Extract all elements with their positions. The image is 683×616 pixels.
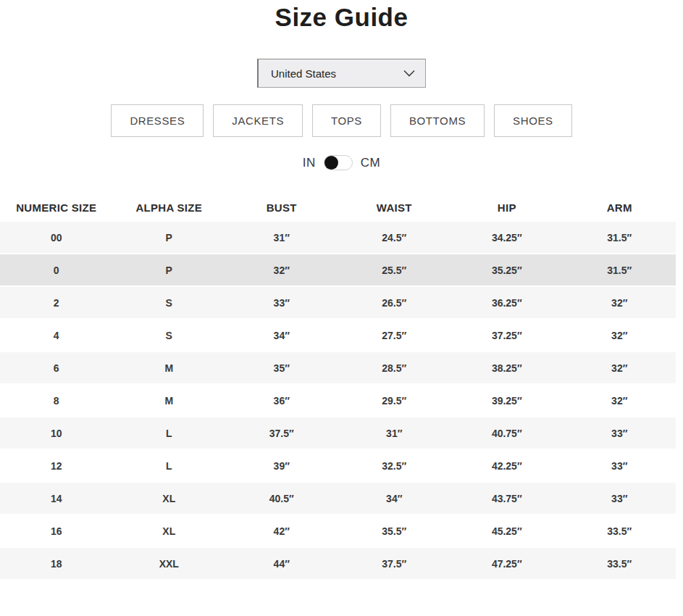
table-cell: 8: [0, 385, 113, 416]
table-row: 18XXL44″37.5″47.25″33.5″: [0, 548, 676, 579]
table-row: 4S34″27.5″37.25″32″: [0, 320, 676, 351]
table-cell: 36.25″: [451, 287, 563, 318]
table-cell: 6: [0, 352, 113, 383]
header-row: NUMERIC SIZEALPHA SIZEBUSTWAISTHIPARM: [0, 194, 676, 220]
table-cell: 42″: [225, 515, 338, 546]
table-cell: 35.25″: [451, 254, 563, 286]
table-cell: 00: [0, 222, 113, 253]
column-header: ARM: [563, 194, 676, 220]
unit-label-in: IN: [303, 156, 316, 170]
table-cell: 36″: [225, 385, 338, 416]
size-table: NUMERIC SIZEALPHA SIZEBUSTWAISTHIPARM 00…: [0, 193, 676, 580]
table-cell: 44″: [225, 548, 338, 579]
table-cell: 33″: [225, 287, 338, 318]
table-cell: 45.25″: [451, 515, 563, 546]
table-cell: 10: [0, 417, 113, 449]
table-cell: 2: [0, 287, 113, 318]
table-cell: 33.5″: [563, 515, 676, 546]
table-cell: 47.25″: [451, 548, 563, 579]
chevron-down-icon: [403, 70, 415, 77]
category-button-tops[interactable]: TOPS: [312, 104, 381, 137]
table-cell: 32″: [563, 385, 676, 416]
table-cell: 39″: [225, 450, 338, 481]
table-row: 14XL40.5″34″43.75″33″: [0, 483, 676, 514]
table-cell: XL: [113, 515, 226, 546]
size-table-body: 00P31″24.5″34.25″31.5″0P32″25.5″35.25″31…: [0, 222, 676, 579]
table-row: 8M36″29.5″39.25″32″: [0, 385, 676, 416]
table-cell: L: [113, 450, 226, 481]
table-row: 16XL42″35.5″45.25″33.5″: [0, 515, 676, 546]
table-cell: 33″: [563, 417, 676, 449]
table-cell: 38.25″: [451, 352, 563, 383]
table-cell: 28.5″: [338, 352, 451, 383]
table-cell: XXL: [113, 548, 226, 579]
column-header: BUST: [225, 194, 338, 220]
table-cell: XL: [113, 483, 226, 514]
table-row: 10L37.5″31″40.75″33″: [0, 417, 676, 449]
table-cell: M: [113, 352, 226, 383]
category-button-shoes[interactable]: SHOES: [494, 104, 572, 137]
table-cell: S: [113, 287, 226, 318]
size-table-header: NUMERIC SIZEALPHA SIZEBUSTWAISTHIPARM: [0, 194, 676, 220]
table-cell: S: [113, 320, 226, 351]
table-cell: M: [113, 385, 226, 416]
table-cell: 25.5″: [338, 254, 451, 286]
table-cell: 35″: [225, 352, 338, 383]
table-cell: 0: [0, 254, 113, 286]
table-cell: 40.5″: [225, 483, 338, 514]
table-cell: L: [113, 417, 226, 449]
table-cell: 32″: [563, 320, 676, 351]
table-row: 0P32″25.5″35.25″31.5″: [0, 254, 676, 286]
table-cell: 34″: [225, 320, 338, 351]
table-cell: 18: [0, 548, 113, 579]
category-button-jackets[interactable]: JACKETS: [213, 104, 303, 137]
table-cell: 34.25″: [451, 222, 563, 253]
country-select[interactable]: United States: [257, 59, 426, 88]
table-cell: 33″: [563, 483, 676, 514]
column-header: NUMERIC SIZE: [0, 194, 113, 220]
table-cell: 4: [0, 320, 113, 351]
table-cell: 12: [0, 450, 113, 481]
table-row: 6M35″28.5″38.25″32″: [0, 352, 676, 383]
table-cell: 35.5″: [338, 515, 451, 546]
country-select-row: United States: [0, 59, 683, 88]
column-header: WAIST: [338, 194, 451, 220]
table-cell: P: [113, 222, 226, 253]
table-cell: 34″: [338, 483, 451, 514]
table-cell: 24.5″: [338, 222, 451, 253]
table-row: 00P31″24.5″34.25″31.5″: [0, 222, 676, 253]
table-cell: 43.75″: [451, 483, 563, 514]
category-button-dresses[interactable]: DRESSES: [111, 104, 204, 137]
table-cell: 32.5″: [338, 450, 451, 481]
table-cell: P: [113, 254, 226, 286]
table-cell: 27.5″: [338, 320, 451, 351]
unit-label-cm: CM: [361, 156, 380, 170]
table-cell: 33.5″: [563, 548, 676, 579]
table-cell: 31.5″: [563, 222, 676, 253]
table-cell: 31″: [338, 417, 451, 449]
table-cell: 31.5″: [563, 254, 676, 286]
country-select-value: United States: [271, 67, 336, 80]
table-cell: 14: [0, 483, 113, 514]
table-cell: 29.5″: [338, 385, 451, 416]
table-cell: 37.5″: [225, 417, 338, 449]
unit-toggle-knob: [324, 156, 338, 170]
category-button-bottoms[interactable]: BOTTOMS: [390, 104, 485, 137]
category-buttons: DRESSESJACKETSTOPSBOTTOMSSHOES: [0, 104, 683, 137]
table-cell: 32″: [563, 287, 676, 318]
table-cell: 32″: [225, 254, 338, 286]
page-title: Size Guide: [0, 3, 683, 32]
unit-toggle[interactable]: [324, 155, 353, 170]
unit-toggle-row: IN CM: [0, 155, 683, 170]
table-cell: 32″: [563, 352, 676, 383]
table-cell: 26.5″: [338, 287, 451, 318]
column-header: ALPHA SIZE: [113, 194, 226, 220]
column-header: HIP: [451, 194, 563, 220]
table-row: 2S33″26.5″36.25″32″: [0, 287, 676, 318]
table-cell: 37.25″: [451, 320, 563, 351]
table-cell: 16: [0, 515, 113, 546]
table-cell: 39.25″: [451, 385, 563, 416]
table-cell: 40.75″: [451, 417, 563, 449]
table-cell: 42.25″: [451, 450, 563, 481]
table-row: 12L39″32.5″42.25″33″: [0, 450, 676, 481]
